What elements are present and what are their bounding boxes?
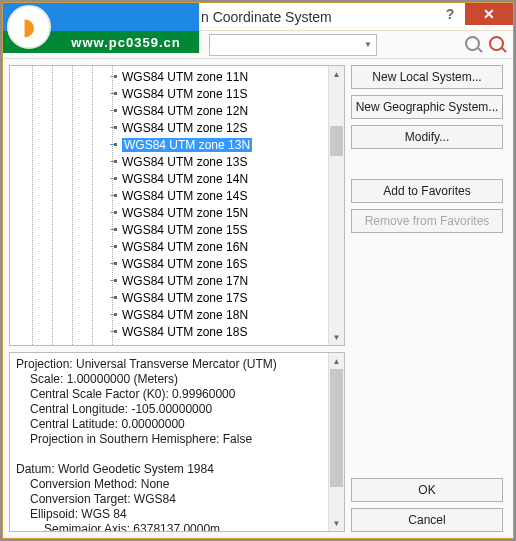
tree-item-label: WGS84 UTM zone 14N — [122, 172, 248, 186]
remove-favorites-button[interactable]: Remove from Favorites — [351, 209, 503, 233]
tree-node-icon — [110, 280, 114, 281]
tree-item-label: WGS84 UTM zone 17N — [122, 274, 248, 288]
scroll-up-icon[interactable]: ▲ — [329, 66, 344, 82]
ok-button[interactable]: OK — [351, 478, 503, 502]
tree-item[interactable]: WGS84 UTM zone 13S — [10, 153, 328, 170]
tree-item[interactable]: WGS84 UTM zone 11S — [10, 85, 328, 102]
tree-item[interactable]: WGS84 UTM zone 11N — [10, 68, 328, 85]
window-title: n Coordinate System — [201, 9, 332, 25]
tree-node-icon — [110, 314, 114, 315]
tree-node-icon — [110, 144, 114, 145]
info-south: Projection in Southern Hemisphere: False — [16, 432, 338, 447]
tree-item[interactable]: WGS84 UTM zone 12S — [10, 119, 328, 136]
tree-item[interactable]: WGS84 UTM zone 18S — [10, 323, 328, 340]
search-clear-icon[interactable] — [489, 36, 507, 54]
logo-overlay: ◗ www.pc0359.cn — [3, 3, 199, 53]
tree-item-label: WGS84 UTM zone 15S — [122, 223, 247, 237]
tree-node-icon — [110, 110, 114, 111]
tree-item-label: WGS84 UTM zone 11N — [122, 70, 248, 84]
tree-node-icon — [110, 246, 114, 247]
info-clon: Central Longitude: -105.00000000 — [16, 402, 338, 417]
tree-item-label: WGS84 UTM zone 16S — [122, 257, 247, 271]
tree-node-icon — [110, 93, 114, 94]
tree-item-label: WGS84 UTM zone 18N — [122, 308, 248, 322]
content-area: WGS84 UTM zone 11NWGS84 UTM zone 11SWGS8… — [3, 59, 513, 538]
tree-item[interactable]: WGS84 UTM zone 14N — [10, 170, 328, 187]
new-geographic-system-button[interactable]: New Geographic System... — [351, 95, 503, 119]
search-icon[interactable] — [465, 36, 483, 54]
dialog-window: ◗ www.pc0359.cn n Coordinate System ? ✕ … — [2, 2, 514, 539]
help-button[interactable]: ? — [435, 3, 465, 25]
info-scale: Scale: 1.00000000 (Meters) — [16, 372, 338, 387]
tree-scrollbar[interactable]: ▲ ▼ — [328, 66, 344, 345]
tree-item-label: WGS84 UTM zone 15N — [122, 206, 248, 220]
tree-item[interactable]: WGS84 UTM zone 17S — [10, 289, 328, 306]
tree-item[interactable]: WGS84 UTM zone 15N — [10, 204, 328, 221]
info-convt: Conversion Target: WGS84 — [16, 492, 338, 507]
tree-node-icon — [110, 127, 114, 128]
logo-icon: ◗ — [7, 5, 51, 49]
tree-item-label: WGS84 UTM zone 17S — [122, 291, 247, 305]
tree-item-label: WGS84 UTM zone 12S — [122, 121, 247, 135]
tree-node-icon — [110, 331, 114, 332]
tree-node-icon — [110, 212, 114, 213]
scroll-thumb[interactable] — [330, 369, 343, 487]
tree-node-icon — [110, 161, 114, 162]
close-button[interactable]: ✕ — [465, 3, 513, 25]
tree-item[interactable]: WGS84 UTM zone 15S — [10, 221, 328, 238]
scroll-down-icon[interactable]: ▼ — [329, 329, 344, 345]
tree-item-label: WGS84 UTM zone 12N — [122, 104, 248, 118]
projection-info: Projection: Universal Transverse Mercato… — [9, 352, 345, 532]
tree-node-icon — [110, 76, 114, 77]
chevron-down-icon: ▼ — [364, 40, 372, 49]
tree-item-label: WGS84 UTM zone 13S — [122, 155, 247, 169]
tree-node-icon — [110, 263, 114, 264]
filter-dropdown[interactable]: ▼ — [209, 34, 377, 56]
info-csf: Central Scale Factor (K0): 0.99960000 — [16, 387, 338, 402]
coordinate-tree[interactable]: WGS84 UTM zone 11NWGS84 UTM zone 11SWGS8… — [9, 65, 345, 346]
tree-item[interactable]: WGS84 UTM zone 18N — [10, 306, 328, 323]
tree-item[interactable]: WGS84 UTM zone 16N — [10, 238, 328, 255]
info-scrollbar[interactable]: ▲ ▼ — [328, 353, 344, 531]
info-semimaj: Semimajor Axis: 6378137.0000m — [16, 522, 338, 532]
info-ellip: Ellipsoid: WGS 84 — [16, 507, 338, 522]
tree-item-label: WGS84 UTM zone 13N — [122, 138, 252, 152]
info-clat: Central Latitude: 0.00000000 — [16, 417, 338, 432]
info-convm: Conversion Method: None — [16, 477, 338, 492]
tree-item-label: WGS84 UTM zone 16N — [122, 240, 248, 254]
new-local-system-button[interactable]: New Local System... — [351, 65, 503, 89]
tree-item-label: WGS84 UTM zone 11S — [122, 87, 247, 101]
tree-item[interactable]: WGS84 UTM zone 14S — [10, 187, 328, 204]
scroll-thumb[interactable] — [330, 126, 343, 156]
tree-item[interactable]: WGS84 UTM zone 13N — [10, 136, 328, 153]
tree-item[interactable]: WGS84 UTM zone 17N — [10, 272, 328, 289]
tree-node-icon — [110, 297, 114, 298]
modify-button[interactable]: Modify... — [351, 125, 503, 149]
info-projection: Projection: Universal Transverse Mercato… — [16, 357, 338, 372]
scroll-down-icon[interactable]: ▼ — [329, 515, 344, 531]
tree-item[interactable]: WGS84 UTM zone 12N — [10, 102, 328, 119]
cancel-button[interactable]: Cancel — [351, 508, 503, 532]
tree-item-label: WGS84 UTM zone 18S — [122, 325, 247, 339]
scroll-up-icon[interactable]: ▲ — [329, 353, 344, 369]
tree-node-icon — [110, 178, 114, 179]
tree-node-icon — [110, 229, 114, 230]
titlebar: ◗ www.pc0359.cn n Coordinate System ? ✕ — [3, 3, 513, 31]
info-datum: Datum: World Geodetic System 1984 — [16, 462, 338, 477]
tree-node-icon — [110, 195, 114, 196]
tree-item-label: WGS84 UTM zone 14S — [122, 189, 247, 203]
tree-item[interactable]: WGS84 UTM zone 16S — [10, 255, 328, 272]
add-favorites-button[interactable]: Add to Favorites — [351, 179, 503, 203]
